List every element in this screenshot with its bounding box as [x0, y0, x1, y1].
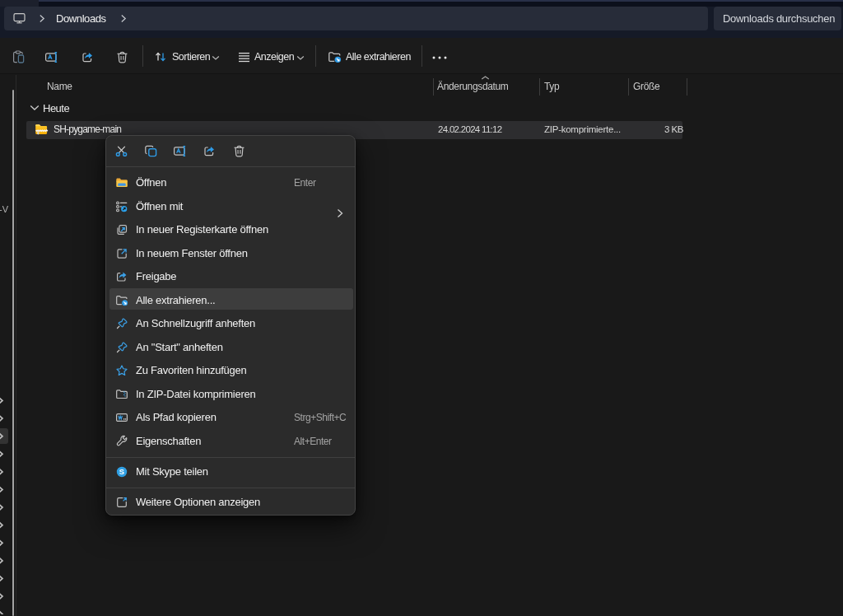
svg-text:S: S: [119, 467, 124, 476]
